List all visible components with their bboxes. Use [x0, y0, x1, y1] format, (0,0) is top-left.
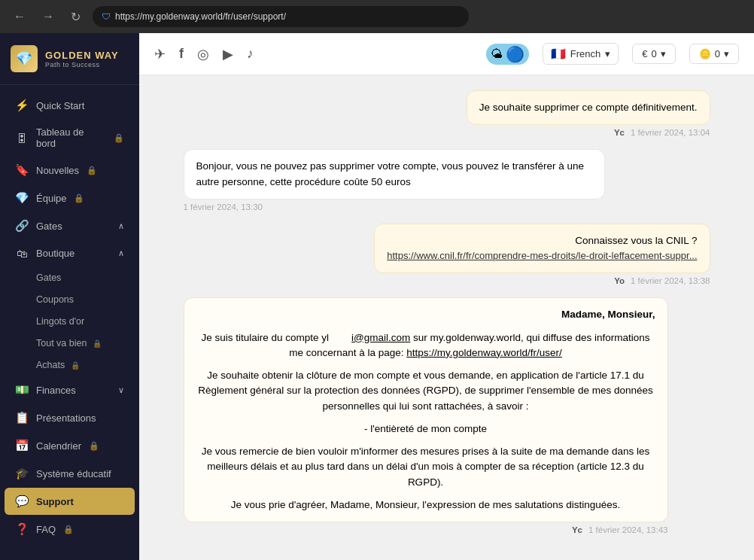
- weather-toggle[interactable]: 🌤 🔵: [486, 44, 529, 65]
- sidebar-logo: 💎 GOLDEN WAY Path to Success: [0, 33, 139, 85]
- instagram-icon[interactable]: ◎: [197, 46, 209, 62]
- quick-start-icon: ⚡: [15, 99, 29, 112]
- submenu-lingots[interactable]: Lingots d'or: [5, 311, 135, 332]
- finances-chevron-icon: ∨: [118, 385, 124, 395]
- message-3-meta: Yo 1 février 2024, 13:38: [614, 276, 710, 285]
- message-3-author: Yo: [614, 276, 625, 285]
- message-1-text: Je souhaite supprimer ce compte définiti…: [479, 102, 698, 113]
- chat-container: Je souhaite supprimer ce compte définiti…: [184, 90, 710, 534]
- lang-chevron-icon: ▾: [605, 48, 610, 59]
- gates-chevron-icon: ∧: [118, 221, 124, 231]
- achats-lock-icon: 🔒: [71, 361, 80, 370]
- message-4-line2: Je souhaite obtenir la clôture de mon co…: [196, 368, 655, 414]
- submenu-toutvabien-label: Tout va bien: [36, 338, 87, 348]
- message-4-line1: Je suis titulaire du compte yl i@gmail.c…: [196, 330, 655, 361]
- address-bar[interactable]: 🛡 https://my.goldenway.world/fr/user/sup…: [93, 6, 469, 27]
- sidebar-label-faq: FAQ: [36, 524, 56, 535]
- coins-chevron-icon: ▾: [724, 48, 729, 59]
- sidebar-item-gates[interactable]: 🔗 Gates ∧: [5, 212, 135, 239]
- message-4-line5: Je vous prie d'agréer, Madame, Monsieur,…: [196, 498, 655, 513]
- sidebar-label-nouvelles: Nouvelles: [36, 165, 79, 176]
- message-4-timestamp: 1 février 2024, 13:43: [588, 525, 668, 534]
- message-1-timestamp: 1 février 2024, 13:04: [631, 128, 710, 137]
- faq-lock-icon: 🔒: [63, 525, 74, 534]
- sidebar-item-presentations[interactable]: 📋 Présentations: [5, 404, 135, 431]
- gates-icon: 🔗: [15, 219, 29, 233]
- boutique-chevron-icon: ∧: [118, 248, 124, 258]
- coin-icon: 🪙: [699, 48, 711, 59]
- language-label: French: [570, 48, 600, 59]
- logo-text: GOLDEN WAY Path to Success: [45, 50, 119, 68]
- youtube-icon[interactable]: ▶: [223, 46, 233, 62]
- telegram-icon[interactable]: ✈: [154, 46, 166, 62]
- url-text: https://my.goldenway.world/fr/user/suppo…: [115, 11, 286, 22]
- equipe-lock-icon: 🔒: [74, 193, 84, 203]
- message-4-bubble: Madame, Monsieur, Je suis titulaire du c…: [184, 297, 668, 522]
- forward-button[interactable]: →: [38, 7, 59, 26]
- tableau-icon: 🎛: [15, 132, 29, 145]
- sidebar-label-equipe: Équipe: [36, 193, 66, 204]
- sidebar-item-quick-start[interactable]: ⚡ Quick Start: [5, 92, 135, 119]
- message-1-author: Yc: [614, 128, 625, 137]
- boutique-icon: 🛍: [15, 247, 29, 260]
- sidebar-item-nouvelles[interactable]: 🔖 Nouvelles 🔒: [5, 157, 135, 184]
- euro-balance-value: 0: [652, 48, 657, 59]
- message-2-wrapper: Bonjour, vous ne pouvez pas supprimer vo…: [184, 149, 710, 212]
- nouvelles-lock-icon: 🔒: [87, 166, 97, 175]
- sidebar-item-systeme[interactable]: 🎓 Système éducatif: [5, 460, 135, 487]
- sidebar-item-equipe[interactable]: 💎 Équipe 🔒: [5, 184, 135, 212]
- message-4-meta: Yc 1 février 2024, 13:43: [184, 525, 668, 534]
- logo-icon: 💎: [11, 45, 38, 72]
- faq-icon: ❓: [15, 522, 29, 536]
- systeme-icon: 🎓: [15, 467, 29, 480]
- equipe-icon: 💎: [15, 191, 29, 205]
- sidebar-item-calendrier[interactable]: 📅 Calendrier 🔒: [5, 432, 135, 459]
- submenu-gates[interactable]: Gates: [5, 267, 135, 288]
- message-4-wrapper: Madame, Monsieur, Je suis titulaire du c…: [184, 297, 710, 534]
- logo-tagline: Path to Success: [45, 61, 119, 68]
- boutique-submenu: Gates Coupons Lingots d'or Tout va bien …: [0, 267, 139, 376]
- facebook-icon[interactable]: f: [179, 46, 184, 62]
- sidebar-navigation: ⚡ Quick Start 🎛 Tableau de bord 🔒 🔖 Nouv…: [0, 85, 139, 560]
- coins-balance-value: 0: [715, 48, 720, 59]
- browser-chrome: ← → ↻ 🛡 https://my.goldenway.world/fr/us…: [0, 0, 754, 33]
- language-selector[interactable]: 🇫🇷 French ▾: [543, 43, 619, 65]
- calendrier-lock-icon: 🔒: [89, 441, 99, 451]
- top-navbar: ✈ f ◎ ▶ ♪ 🌤 🔵 🇫🇷 French ▾ € 0 ▾ 🪙 0: [139, 33, 754, 75]
- sidebar-label-gates: Gates: [36, 221, 62, 232]
- message-3-link[interactable]: https://www.cnil.fr/fr/comprendre-mes-dr…: [387, 250, 697, 261]
- chat-content-area[interactable]: Je souhaite supprimer ce compte définiti…: [139, 75, 754, 560]
- message-4-line3: - l'entièreté de mon compte: [196, 422, 655, 437]
- euro-balance-button[interactable]: € 0 ▾: [632, 44, 675, 64]
- sidebar-item-boutique[interactable]: 🛍 Boutique ∧: [5, 240, 135, 266]
- submenu-achats[interactable]: Achats 🔒: [5, 355, 135, 376]
- tiktok-icon[interactable]: ♪: [247, 46, 254, 62]
- euro-icon: €: [642, 48, 647, 59]
- message-1-wrapper: Je souhaite supprimer ce compte définiti…: [184, 90, 710, 137]
- nouvelles-icon: 🔖: [15, 163, 29, 177]
- main-content: ✈ f ◎ ▶ ♪ 🌤 🔵 🇫🇷 French ▾ € 0 ▾ 🪙 0: [139, 33, 754, 560]
- message-3-text: Connaissez vous la CNIL ?: [387, 233, 697, 248]
- balance-chevron-icon: ▾: [661, 48, 666, 59]
- tableau-lock-icon: 🔒: [114, 133, 124, 143]
- finances-icon: 💵: [15, 383, 29, 397]
- sidebar-label-presentations: Présentations: [36, 412, 96, 424]
- back-button[interactable]: ←: [9, 7, 30, 26]
- message-1-meta: Yc 1 février 2024, 13:04: [614, 128, 710, 137]
- submenu-toutvabienn[interactable]: Tout va bien 🔒: [5, 333, 135, 354]
- app-layout: 💎 GOLDEN WAY Path to Success ⚡ Quick Sta…: [0, 33, 754, 560]
- sidebar-item-finances[interactable]: 💵 Finances ∨: [5, 376, 135, 403]
- sidebar-label-quick-start: Quick Start: [36, 100, 84, 111]
- sidebar-label-finances: Finances: [36, 385, 76, 396]
- calendrier-icon: 📅: [15, 439, 29, 452]
- sidebar-item-faq[interactable]: ❓ FAQ 🔒: [5, 516, 135, 543]
- coins-balance-button[interactable]: 🪙 0 ▾: [689, 44, 739, 64]
- sidebar-item-tableau[interactable]: 🎛 Tableau de bord 🔒: [5, 120, 135, 156]
- sidebar-label-support: Support: [36, 496, 74, 507]
- sidebar-item-support[interactable]: 💬 Support: [5, 488, 135, 515]
- sidebar-label-calendrier: Calendrier: [36, 440, 81, 452]
- refresh-button[interactable]: ↻: [66, 7, 85, 27]
- presentations-icon: 📋: [15, 411, 29, 425]
- sidebar-label-boutique: Boutique: [36, 248, 74, 259]
- submenu-coupons[interactable]: Coupons: [5, 289, 135, 310]
